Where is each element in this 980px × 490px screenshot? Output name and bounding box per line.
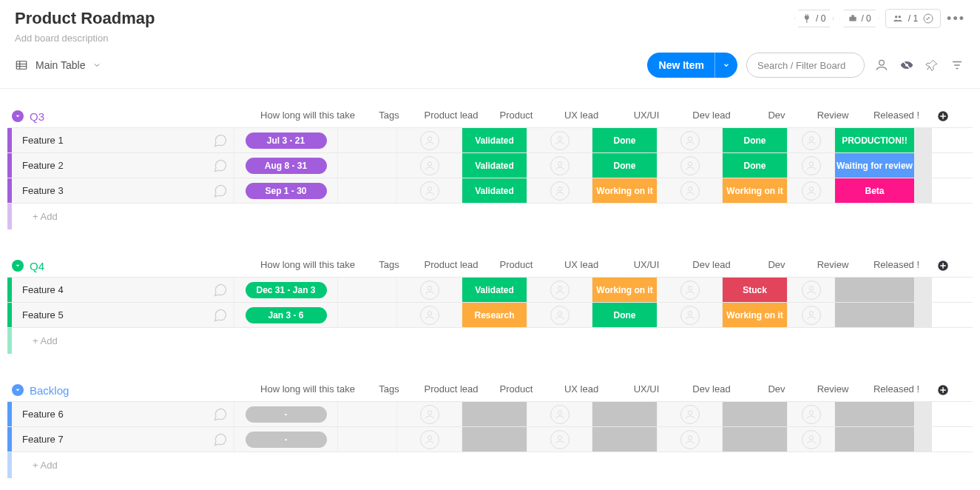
col-header-time[interactable]: How long will this take [256, 383, 359, 397]
new-item-dropdown[interactable] [714, 53, 737, 78]
chat-icon[interactable] [213, 308, 228, 323]
person-placeholder[interactable] [680, 306, 700, 325]
person-placeholder[interactable] [420, 430, 439, 449]
item-name-cell[interactable]: Feature 6 [12, 402, 234, 426]
col-header-review[interactable]: Review [809, 110, 856, 123]
status-cell[interactable]: Waiting for review [835, 153, 914, 178]
col-header-ux-lead[interactable]: UX lead [549, 110, 614, 123]
status-cell[interactable]: Done [592, 153, 657, 178]
person-placeholder[interactable] [802, 131, 821, 150]
status-cell-empty[interactable] [835, 427, 914, 452]
status-cell[interactable]: Working on it [723, 178, 787, 203]
dev-lead-cell[interactable] [657, 178, 722, 203]
col-header-time[interactable]: How long will this take [256, 259, 359, 272]
dev-lead-cell[interactable] [657, 128, 722, 152]
add-column-button[interactable] [936, 259, 954, 272]
tags-cell[interactable] [337, 427, 396, 452]
col-header-product-lead[interactable]: Product lead [419, 383, 484, 397]
product-lead-cell[interactable] [396, 427, 462, 452]
dev-lead-cell[interactable] [657, 153, 722, 178]
timeline-cell[interactable]: Jan 3 - 6 [234, 303, 337, 327]
status-cell[interactable]: Done [592, 128, 657, 152]
timeline-cell[interactable]: Jul 3 - 21 [234, 128, 337, 152]
item-name-cell[interactable]: Feature 7 [12, 427, 234, 452]
status-cell-empty[interactable] [592, 427, 657, 452]
product-lead-cell[interactable] [396, 402, 462, 426]
status-cell-empty[interactable] [462, 427, 527, 452]
review-cell[interactable] [787, 128, 834, 152]
person-placeholder[interactable] [802, 281, 821, 300]
dev-lead-cell[interactable] [657, 402, 722, 426]
status-cell-empty[interactable] [835, 303, 914, 327]
integration-badge-2[interactable]: / 0 [839, 10, 879, 27]
chat-icon[interactable] [213, 432, 228, 447]
add-column-button[interactable] [936, 110, 954, 123]
person-placeholder[interactable] [802, 306, 821, 325]
status-cell[interactable]: Done [592, 303, 657, 327]
chat-icon[interactable] [213, 283, 228, 298]
col-header-product[interactable]: Product [484, 383, 549, 397]
chat-icon[interactable] [213, 184, 228, 198]
status-cell-empty[interactable] [835, 278, 914, 302]
status-cell[interactable]: Validated [462, 128, 527, 152]
col-header-tags[interactable]: Tags [359, 383, 419, 397]
review-cell[interactable] [787, 278, 834, 302]
status-cell[interactable]: Research [462, 303, 527, 327]
timeline-cell[interactable]: Dec 31 - Jan 3 [234, 278, 337, 302]
status-cell[interactable]: Done [723, 128, 787, 152]
status-cell[interactable]: Working on it [592, 278, 657, 302]
ux-lead-cell[interactable] [527, 278, 592, 302]
col-header-uxui[interactable]: UX/UI [614, 110, 679, 123]
col-header-dev-lead[interactable]: Dev lead [679, 259, 744, 272]
col-header-dev[interactable]: Dev [744, 383, 809, 397]
tags-cell[interactable] [337, 402, 396, 426]
col-header-uxui[interactable]: UX/UI [614, 259, 679, 272]
visibility-button[interactable] [899, 58, 915, 73]
col-header-tags[interactable]: Tags [359, 110, 419, 123]
more-menu[interactable]: ••• [947, 11, 965, 27]
status-cell[interactable]: Done [723, 153, 787, 178]
col-header-review[interactable]: Review [809, 259, 856, 272]
ux-lead-cell[interactable] [527, 427, 592, 452]
chat-icon[interactable] [213, 133, 228, 148]
person-placeholder[interactable] [550, 430, 570, 449]
col-header-product[interactable]: Product [484, 110, 549, 123]
person-placeholder[interactable] [802, 181, 821, 201]
group-toggle[interactable]: Backlog [12, 384, 256, 397]
review-cell[interactable] [787, 178, 834, 203]
item-name-cell[interactable]: Feature 4 [12, 278, 234, 302]
status-cell-empty[interactable] [592, 402, 657, 426]
col-header-dev-lead[interactable]: Dev lead [679, 383, 744, 397]
person-placeholder[interactable] [420, 281, 439, 300]
status-cell[interactable]: Beta [835, 178, 914, 203]
chat-icon[interactable] [213, 407, 228, 422]
dev-lead-cell[interactable] [657, 278, 722, 302]
new-item-button[interactable]: New Item [647, 53, 737, 78]
col-header-released[interactable]: Released ! [856, 259, 936, 272]
col-header-review[interactable]: Review [809, 383, 856, 397]
ux-lead-cell[interactable] [527, 153, 592, 178]
person-placeholder[interactable] [680, 131, 700, 150]
person-placeholder[interactable] [680, 281, 700, 300]
timeline-cell[interactable]: Sep 1 - 30 [234, 178, 337, 203]
item-name-cell[interactable]: Feature 5 [12, 303, 234, 327]
status-cell-empty[interactable] [723, 402, 787, 426]
status-cell-empty[interactable] [462, 402, 527, 426]
status-cell-empty[interactable] [723, 427, 787, 452]
person-placeholder[interactable] [420, 181, 439, 201]
product-lead-cell[interactable] [396, 178, 462, 203]
status-cell[interactable]: Working on it [592, 178, 657, 203]
ux-lead-cell[interactable] [527, 303, 592, 327]
person-placeholder[interactable] [802, 156, 821, 175]
add-row[interactable]: + Add [7, 203, 973, 229]
dev-lead-cell[interactable] [657, 427, 722, 452]
status-cell[interactable]: Working on it [723, 303, 787, 327]
pin-button[interactable] [924, 58, 940, 72]
person-placeholder[interactable] [550, 131, 570, 150]
person-placeholder[interactable] [802, 430, 821, 449]
tags-cell[interactable] [337, 178, 396, 203]
review-cell[interactable] [787, 427, 834, 452]
col-header-released[interactable]: Released ! [856, 383, 936, 397]
status-cell[interactable]: Validated [462, 153, 527, 178]
person-placeholder[interactable] [420, 306, 439, 325]
